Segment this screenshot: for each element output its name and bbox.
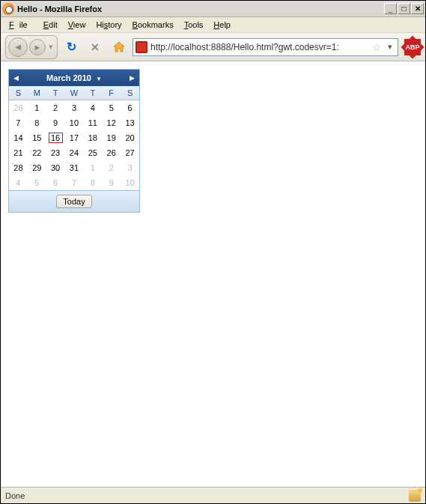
close-button[interactable]: ✕ — [411, 3, 424, 14]
status-text: Done — [5, 491, 409, 500]
calendar-day-cell[interactable]: 6 — [121, 100, 139, 115]
calendar-day-cell[interactable]: 5 — [102, 100, 121, 115]
url-dropdown-icon[interactable]: ▾ — [385, 42, 395, 52]
url-input[interactable] — [150, 42, 369, 52]
calendar-day-header: T — [46, 86, 65, 100]
reload-button[interactable]: ↻ — [63, 39, 79, 55]
menu-view[interactable]: View — [63, 19, 91, 31]
site-icon — [136, 41, 147, 53]
menu-bookmarks[interactable]: Bookmarks — [127, 19, 179, 31]
calendar-day-cell[interactable]: 29 — [28, 160, 46, 175]
back-button[interactable]: ◄ — [8, 37, 28, 57]
prev-month-button[interactable]: ◀ — [13, 74, 21, 82]
firefox-icon — [2, 3, 14, 15]
calendar-day-cell[interactable]: 14 — [9, 130, 28, 145]
maximize-button[interactable]: □ — [398, 3, 410, 14]
calendar-day-cell[interactable]: 10 — [121, 175, 139, 190]
calendar-day-cell[interactable]: 20 — [121, 130, 139, 145]
status-firebug-icon[interactable] — [409, 490, 421, 502]
calendar-day-cell[interactable]: 1 — [83, 160, 102, 175]
nav-button-group: ◄ ► ▾ — [5, 35, 58, 59]
calendar-day-cell[interactable]: 13 — [121, 115, 139, 130]
toolbar: ◄ ► ▾ ↻ ✕ ☆ ▾ ABP — [1, 33, 425, 61]
calendar-widget: ◀ March 2010 ▼ ▶ SMTWTFS 281234567891011… — [8, 69, 140, 213]
calendar-day-header: W — [65, 86, 84, 100]
calendar-day-cell[interactable]: 16 — [46, 130, 65, 145]
calendar-day-cell[interactable]: 31 — [65, 160, 84, 175]
calendar-day-cell[interactable]: 28 — [9, 100, 28, 115]
calendar-day-cell[interactable]: 9 — [102, 175, 121, 190]
calendar-day-header: T — [83, 86, 102, 100]
bookmark-star-icon[interactable]: ☆ — [372, 41, 382, 53]
adblock-plus-icon[interactable]: ABP — [404, 39, 421, 55]
forward-button[interactable]: ► — [29, 39, 46, 55]
calendar-footer: Today — [9, 190, 139, 212]
calendar-day-cell[interactable]: 21 — [9, 145, 28, 160]
calendar-day-headers: SMTWTFS — [9, 86, 139, 100]
calendar-day-cell[interactable]: 30 — [46, 160, 65, 175]
calendar-day-cell[interactable]: 7 — [9, 115, 28, 130]
calendar-day-cell[interactable]: 22 — [28, 145, 46, 160]
calendar-day-header: S — [121, 86, 139, 100]
calendar-day-cell[interactable]: 3 — [65, 100, 84, 115]
nav-history-dropdown[interactable]: ▾ — [46, 42, 55, 52]
calendar-grid: 2812345678910111213141516171819202122232… — [9, 100, 139, 190]
menu-help[interactable]: Help — [208, 19, 236, 31]
titlebar: Hello - Mozilla Firefox _ □ ✕ — [1, 1, 425, 17]
calendar-day-cell[interactable]: 28 — [9, 160, 28, 175]
calendar-day-cell[interactable]: 9 — [46, 115, 65, 130]
menu-history[interactable]: History — [91, 19, 127, 31]
menu-tools[interactable]: Tools — [179, 19, 209, 31]
home-button[interactable] — [111, 39, 127, 55]
calendar-day-cell[interactable]: 27 — [121, 145, 139, 160]
calendar-day-cell[interactable]: 1 — [28, 100, 46, 115]
stop-button[interactable]: ✕ — [87, 39, 103, 55]
calendar-day-cell[interactable]: 26 — [102, 145, 121, 160]
calendar-day-cell[interactable]: 8 — [83, 175, 102, 190]
calendar-day-cell[interactable]: 19 — [102, 130, 121, 145]
chevron-down-icon: ▼ — [96, 76, 102, 82]
window-title: Hello - Mozilla Firefox — [17, 4, 102, 13]
calendar-day-cell[interactable]: 5 — [28, 175, 46, 190]
menubar: File Edit View History Bookmarks Tools H… — [1, 17, 425, 33]
statusbar: Done — [1, 487, 425, 503]
calendar-header: ◀ March 2010 ▼ ▶ — [9, 70, 139, 86]
calendar-day-cell[interactable]: 24 — [65, 145, 84, 160]
calendar-day-cell[interactable]: 3 — [121, 160, 139, 175]
calendar-day-cell[interactable]: 17 — [65, 130, 84, 145]
calendar-day-header: S — [9, 86, 28, 100]
minimize-button[interactable]: _ — [384, 3, 397, 14]
calendar-day-cell[interactable]: 12 — [102, 115, 121, 130]
calendar-day-cell[interactable]: 4 — [9, 175, 28, 190]
calendar-day-cell[interactable]: 18 — [83, 130, 102, 145]
calendar-title[interactable]: March 2010 ▼ — [21, 73, 127, 82]
calendar-day-cell[interactable]: 4 — [83, 100, 102, 115]
page-content: ◀ March 2010 ▼ ▶ SMTWTFS 281234567891011… — [1, 61, 425, 487]
calendar-day-cell[interactable]: 2 — [46, 100, 65, 115]
calendar-day-cell[interactable]: 2 — [102, 160, 121, 175]
next-month-button[interactable]: ▶ — [127, 74, 135, 82]
calendar-day-cell[interactable]: 8 — [28, 115, 46, 130]
calendar-day-cell[interactable]: 6 — [46, 175, 65, 190]
calendar-day-cell[interactable]: 23 — [46, 145, 65, 160]
menu-file[interactable]: File — [4, 19, 38, 31]
calendar-day-cell[interactable]: 10 — [65, 115, 84, 130]
calendar-day-header: F — [102, 86, 121, 100]
today-button[interactable]: Today — [56, 195, 91, 208]
calendar-day-header: M — [28, 86, 46, 100]
calendar-day-cell[interactable]: 25 — [83, 145, 102, 160]
calendar-day-cell[interactable]: 11 — [83, 115, 102, 130]
calendar-month-label: March 2010 — [46, 73, 91, 82]
calendar-day-cell[interactable]: 15 — [28, 130, 46, 145]
url-bar: ☆ ▾ — [133, 38, 398, 56]
calendar-day-cell[interactable]: 7 — [65, 175, 84, 190]
menu-edit[interactable]: Edit — [38, 19, 63, 31]
